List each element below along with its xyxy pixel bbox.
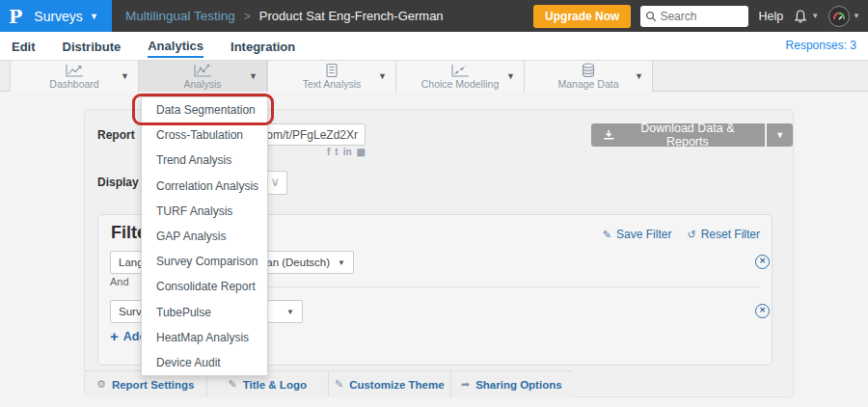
menu-item-turf-analysis[interactable]: TURF Analysis [142, 199, 267, 224]
chevron-down-icon[interactable]: ▼ [635, 71, 643, 81]
download-icon [603, 129, 614, 141]
toolbar-item-label: Choice Modelling [396, 78, 524, 90]
qr-code-icon[interactable]: ▦ [357, 147, 366, 158]
tab-label: Report Settings [112, 379, 195, 391]
search-input[interactable] [660, 6, 745, 27]
analytics-toolbar: Dashboard ▼ Analysis ▼ Text Analysis ▼ [0, 60, 868, 92]
chevron-down-icon[interactable]: ▼ [506, 71, 515, 81]
toolbar-item-dashboard[interactable]: Dashboard ▼ [10, 61, 139, 92]
remove-filter-2-button[interactable]: ✕ [755, 304, 770, 318]
gears-icon: ⚙ [96, 378, 106, 391]
download-data-reports-button[interactable]: Download Data & Reports [591, 123, 765, 147]
notifications-menu[interactable]: ▼ [793, 9, 819, 24]
account-menu[interactable]: ▼ [828, 6, 860, 27]
plus-icon: + [110, 328, 119, 344]
tab-label: Sharing Options [475, 379, 561, 391]
toolbar-item-label: Dashboard [11, 78, 138, 90]
display-label: Display [97, 176, 139, 189]
edit-icon: ✎ [603, 229, 611, 241]
chevron-down-icon: ▼ [90, 12, 98, 21]
download-button-group: Download Data & Reports ▼ [591, 123, 793, 147]
help-link[interactable]: Help [758, 10, 783, 23]
linkedin-icon[interactable]: in [343, 147, 352, 158]
questionpro-logo-icon: P [9, 6, 22, 27]
menu-item-trend-analysis[interactable]: Trend Analysis [142, 148, 267, 173]
tab-customize-theme[interactable]: ✎ Customize Theme [329, 371, 451, 397]
search-icon [645, 11, 657, 22]
edit-icon: ✎ [335, 378, 343, 391]
menu-item-tubepulse[interactable]: TubePulse [142, 300, 267, 325]
edit-icon: ✎ [229, 378, 237, 391]
nav-item-analytics[interactable]: Analytics [148, 34, 203, 58]
reset-filter-label: Reset Filter [701, 228, 760, 241]
report-label: Report [97, 128, 135, 142]
chevron-down-icon: ▼ [853, 12, 860, 20]
topbar-actions: Upgrade Now Help ▼ [533, 0, 860, 32]
menu-item-survey-comparison[interactable]: Survey Comparison [142, 249, 267, 274]
section-nav: Edit Distribute Analytics Integration Re… [0, 32, 868, 60]
toolbar-item-choice-modelling[interactable]: Choice Modelling ▼ [395, 61, 525, 92]
chevron-down-icon[interactable]: ▼ [378, 71, 387, 81]
nav-item-integration[interactable]: Integration [231, 35, 295, 57]
surveys-product-menu[interactable]: P Surveys ▼ [0, 0, 112, 32]
remove-filter-1-button[interactable]: ✕ [755, 255, 770, 269]
tab-label: Customize Theme [349, 379, 444, 391]
social-share-row: f t in ▦ [312, 147, 366, 158]
chevron-down-icon[interactable]: ▼ [249, 71, 258, 81]
twitter-icon[interactable]: t [335, 147, 338, 158]
download-options-caret-button[interactable]: ▼ [767, 123, 793, 147]
undo-icon: ↺ [687, 229, 695, 241]
toolbar-item-label: Text Analysis [268, 78, 395, 90]
chevron-down-icon[interactable]: ▼ [121, 71, 129, 81]
breadcrumb: Multilingual Testing > Product Sat Eng-F… [125, 0, 444, 32]
responses-count[interactable]: Responses: 3 [786, 39, 856, 52]
share-arrow-icon: ➦ [461, 378, 470, 391]
save-filter-link[interactable]: ✎ Save Filter [603, 228, 672, 241]
app-window: P Surveys ▼ Multilingual Testing > Produ… [0, 0, 868, 407]
toolbar-item-label: Analysis [139, 78, 266, 90]
line-chart-icon [63, 63, 86, 78]
upgrade-now-button[interactable]: Upgrade Now [533, 5, 631, 28]
filter-conjunction-label: And [110, 276, 129, 287]
tab-sharing-options[interactable]: ➦ Sharing Options [451, 371, 573, 397]
bell-icon [793, 9, 808, 24]
gauge-icon [831, 9, 847, 24]
menu-item-gap-analysis[interactable]: GAP Analysis [142, 224, 267, 249]
chevron-down-icon: ∨ [270, 175, 280, 189]
tab-label: Title & Logo [243, 379, 307, 391]
toolbar-item-label: Manage Data [525, 78, 652, 90]
toolbar-item-manage-data[interactable]: Manage Data ▼ [524, 61, 653, 92]
avatar [828, 6, 850, 27]
breadcrumb-separator: > [244, 10, 251, 23]
analysis-dropdown-menu: Data Segmentation Cross-Tabulation Trend… [141, 96, 268, 376]
chevron-down-icon: ▼ [286, 308, 294, 316]
chevron-down-icon: ▼ [338, 258, 345, 267]
chevron-down-icon: ▼ [811, 12, 819, 20]
save-filter-label: Save Filter [616, 228, 671, 241]
reset-filter-link[interactable]: ↺ Reset Filter [687, 228, 760, 241]
analysis-chart-icon [191, 63, 214, 78]
menu-item-device-audit[interactable]: Device Audit [142, 350, 267, 375]
toolbar-item-text-analysis[interactable]: Text Analysis ▼ [267, 61, 396, 92]
breadcrumb-parent-link[interactable]: Multilingual Testing [125, 9, 235, 23]
toolbar-item-analysis[interactable]: Analysis ▼ [138, 61, 267, 92]
document-chart-icon [320, 63, 343, 78]
scatter-chart-icon [448, 63, 472, 78]
top-navbar: P Surveys ▼ Multilingual Testing > Produ… [0, 0, 868, 32]
menu-item-correlation-analysis[interactable]: Correlation Analysis [142, 174, 267, 199]
menu-item-cross-tabulation[interactable]: Cross-Tabulation [142, 122, 267, 148]
menu-item-data-segmentation[interactable]: Data Segmentation [142, 97, 267, 122]
breadcrumb-current: Product Sat Eng-French-German [259, 9, 444, 23]
product-menu-label: Surveys [34, 9, 83, 24]
menu-item-heatmap-analysis[interactable]: HeatMap Analysis [142, 325, 267, 350]
menu-item-consolidate-report[interactable]: Consolidate Report [142, 274, 267, 299]
database-icon [577, 63, 600, 78]
facebook-icon[interactable]: f [327, 147, 330, 158]
search-box[interactable] [640, 6, 748, 27]
nav-item-distribute[interactable]: Distribute [63, 35, 122, 57]
nav-item-edit[interactable]: Edit [12, 35, 36, 57]
download-button-label: Download Data & Reports [621, 122, 753, 149]
